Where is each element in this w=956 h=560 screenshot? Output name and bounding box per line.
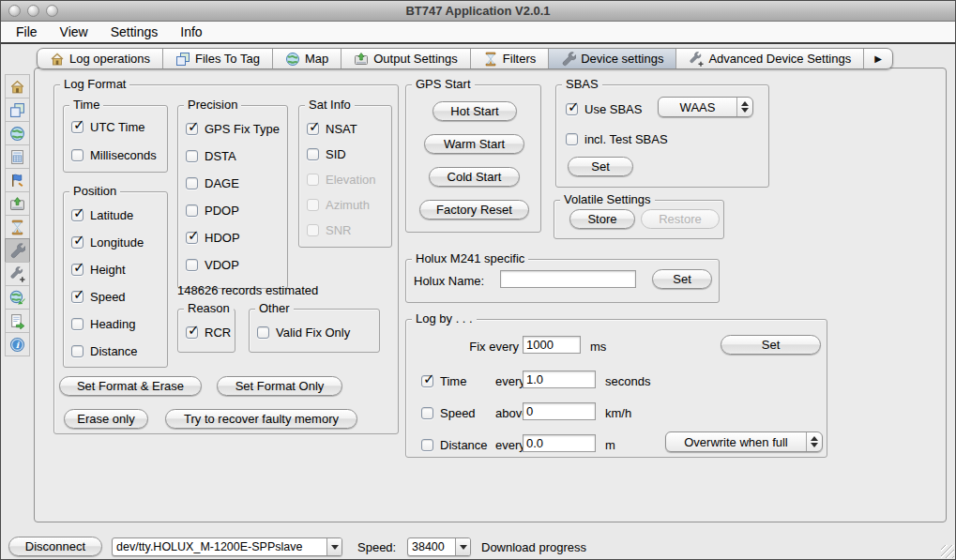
checkbox-box: [186, 232, 198, 244]
memory-full-mode-select[interactable]: Overwrite when full: [665, 431, 823, 452]
zoom-button[interactable]: [46, 5, 58, 17]
tab-bar: Log operations Files To Tag Map Output S…: [37, 48, 893, 69]
close-button[interactable]: [8, 5, 21, 17]
menu-info[interactable]: Info: [169, 24, 213, 39]
checkbox-sid[interactable]: SID: [307, 146, 346, 161]
sidebar-item-advanced-device-settings[interactable]: [5, 262, 30, 286]
checkbox-label: Distance: [90, 344, 138, 358]
tab-advanced-device-settings[interactable]: Advanced Device Settings: [676, 49, 864, 68]
holux-name-label: Holux Name:: [414, 274, 484, 288]
log-by-set-button[interactable]: Set: [721, 335, 821, 355]
tab-log-operations[interactable]: Log operations: [38, 49, 163, 68]
fix-every-input[interactable]: [523, 336, 581, 354]
checkbox-latitude[interactable]: Latitude: [71, 207, 133, 222]
warm-start-button[interactable]: Warm Start: [424, 134, 524, 154]
checkbox-log-by-time[interactable]: Time: [421, 373, 466, 388]
tab-map[interactable]: Map: [273, 49, 341, 68]
tab-scroll-right-button[interactable]: ▶: [864, 49, 892, 68]
distance-every-input[interactable]: [523, 434, 596, 452]
time-every-input[interactable]: [523, 371, 596, 388]
sidebar-item-convert[interactable]: [5, 309, 30, 333]
checkbox-height[interactable]: Height: [71, 262, 126, 277]
holux-set-button[interactable]: Set: [652, 269, 712, 289]
holux-name-input[interactable]: [500, 270, 636, 288]
checkbox-nsat[interactable]: NSAT: [307, 121, 357, 136]
sidebar-item-filters[interactable]: [5, 215, 30, 239]
checkbox-azimuth: Azimuth: [307, 197, 370, 212]
sidebar-item-device-settings[interactable]: [5, 238, 30, 263]
checkbox-milliseconds[interactable]: Milliseconds: [71, 147, 157, 162]
fix-unit-label: ms: [590, 340, 606, 354]
checkbox-longitude[interactable]: Longitude: [71, 235, 144, 250]
menu-file[interactable]: File: [5, 24, 49, 39]
sidebar-item-report[interactable]: [5, 144, 30, 169]
store-button[interactable]: Store: [569, 209, 635, 229]
checkbox-label: Latitude: [90, 208, 133, 222]
titlebar[interactable]: BT747 Application V2.0.1: [1, 1, 955, 22]
set-format-erase-button[interactable]: Set Format & Erase: [59, 376, 202, 396]
checkbox-label: SID: [326, 147, 346, 161]
sidebar-item-files-to-tag[interactable]: [5, 98, 30, 122]
checkbox-label: Elevation: [326, 173, 375, 187]
group-title: GPS Start: [412, 77, 475, 91]
sidebar-item-output-settings[interactable]: [5, 191, 30, 216]
checkbox-label: VDOP: [205, 258, 239, 272]
speed-select[interactable]: 38400: [407, 537, 471, 556]
recover-faulty-memory-button[interactable]: Try to recover faulty memory: [165, 409, 357, 429]
wrench-icon: [9, 243, 25, 259]
factory-reset-button[interactable]: Factory Reset: [419, 200, 529, 219]
log-format-group: Log Format Time UTC Time Milliseconds Po…: [53, 84, 399, 434]
sidebar-item-flag[interactable]: [5, 168, 30, 192]
precision-group: Precision GPS Fix Type DSTA DAGE PDOP HD…: [177, 105, 288, 289]
set-format-only-button[interactable]: Set Format Only: [217, 376, 342, 396]
sbas-mode-select[interactable]: WAAS: [658, 97, 753, 117]
checkbox-box: [566, 103, 578, 115]
cold-start-button[interactable]: Cold Start: [429, 167, 520, 187]
checkbox-dage[interactable]: DAGE: [186, 175, 239, 190]
sidebar-item-map[interactable]: [5, 121, 30, 145]
distance-word-label: every: [495, 438, 525, 452]
sidebar-item-log-operations[interactable]: [5, 74, 30, 98]
minimize-button[interactable]: [27, 5, 39, 17]
checkbox-dsta[interactable]: DSTA: [186, 148, 236, 163]
checkbox-distance[interactable]: Distance: [71, 343, 138, 358]
memory-full-mode-value: Overwrite when full: [666, 435, 806, 449]
checkbox-utc-time[interactable]: UTC Time: [71, 119, 145, 134]
resize-grip[interactable]: [941, 545, 954, 558]
checkbox-box: [566, 133, 578, 145]
checkbox-incl-test-sbas[interactable]: incl. Test SBAS: [566, 131, 668, 146]
sidebar-item-info[interactable]: [5, 332, 30, 356]
checkbox-log-by-distance[interactable]: Distance: [421, 437, 488, 452]
checkbox-pdop[interactable]: PDOP: [186, 203, 239, 218]
checkbox-log-by-speed[interactable]: Speed: [421, 405, 476, 420]
checkbox-vdop[interactable]: VDOP: [186, 257, 239, 272]
hot-start-button[interactable]: Hot Start: [432, 101, 517, 121]
globe-icon: [285, 52, 300, 67]
checkbox-use-sbas[interactable]: Use SBAS: [566, 101, 642, 116]
tab-device-settings[interactable]: Device settings: [549, 49, 676, 68]
menu-view[interactable]: View: [49, 24, 99, 39]
checkbox-valid-fix-only[interactable]: Valid Fix Only: [257, 325, 350, 340]
tab-files-to-tag[interactable]: Files To Tag: [163, 49, 273, 68]
time-word-label: every: [495, 374, 525, 388]
checkbox-heading[interactable]: Heading: [71, 316, 135, 331]
menu-settings[interactable]: Settings: [99, 24, 170, 39]
tab-output-settings[interactable]: Output Settings: [341, 49, 471, 68]
tab-filters[interactable]: Filters: [471, 49, 549, 68]
checkbox-gps-fix-type[interactable]: GPS Fix Type: [186, 121, 280, 136]
device-settings-panel: Log Format Time UTC Time Milliseconds Po…: [34, 68, 947, 522]
log-by-group: Log by . . . Fix every ms Set Time every…: [405, 319, 827, 458]
sbas-set-button[interactable]: Set: [568, 157, 633, 176]
checkbox-box: [186, 204, 198, 217]
checkbox-speed[interactable]: Speed: [71, 289, 126, 304]
port-select[interactable]: dev/tty.HOLUX_M-1200E-SPPslave: [112, 537, 342, 556]
checkbox-hdop[interactable]: HDOP: [186, 230, 240, 245]
erase-only-button[interactable]: Erase only: [64, 409, 148, 429]
checkbox-snr: SNR: [307, 222, 351, 237]
checkbox-label: Longitude: [90, 235, 144, 250]
speed-above-input[interactable]: [523, 402, 596, 420]
disconnect-button[interactable]: Disconnect: [8, 537, 102, 556]
time-group: Time UTC Time Milliseconds: [63, 105, 168, 173]
checkbox-rcr[interactable]: RCR: [186, 325, 231, 340]
sidebar-item-download[interactable]: [5, 285, 30, 310]
